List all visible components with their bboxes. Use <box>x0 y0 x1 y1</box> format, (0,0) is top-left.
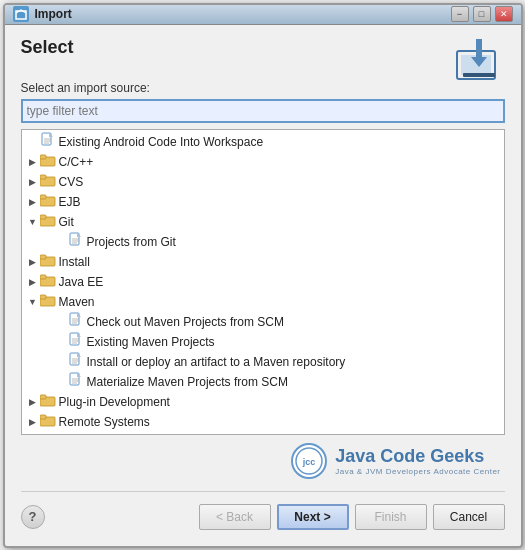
expand-toggle-cpp[interactable]: ▶ <box>26 154 40 170</box>
item-label-remote: Remote Systems <box>59 415 150 429</box>
source-label: Select an import source: <box>21 81 505 95</box>
file-icon <box>68 332 84 351</box>
logo-circle: jcc <box>291 443 327 479</box>
window-controls: − □ ✕ <box>451 6 513 22</box>
folder-icon <box>40 413 56 430</box>
tree-item-javaee[interactable]: ▶ Java EE <box>22 272 504 292</box>
item-label-cpp: C/C++ <box>59 155 94 169</box>
finish-button[interactable]: Finish <box>355 504 427 530</box>
expand-toggle-remote[interactable]: ▶ <box>26 414 40 430</box>
svg-rect-24 <box>40 255 46 259</box>
expand-toggle-cvs[interactable]: ▶ <box>26 174 40 190</box>
svg-rect-11 <box>40 155 46 159</box>
item-label-maven-existing: Existing Maven Projects <box>87 335 215 349</box>
svg-rect-17 <box>40 215 46 219</box>
file-icon <box>40 132 56 151</box>
svg-text:jcc: jcc <box>302 457 316 467</box>
folder-icon <box>40 153 56 170</box>
bottom-panel: jcc Java Code Geeks Java & JVM Developer… <box>21 435 505 538</box>
svg-rect-13 <box>40 175 46 179</box>
expand-toggle-ejb[interactable]: ▶ <box>26 194 40 210</box>
item-label-ejb: EJB <box>59 195 81 209</box>
item-label-android: Existing Android Code Into Workspace <box>59 135 264 149</box>
tree-item-install[interactable]: ▶ Install <box>22 252 504 272</box>
button-row: ? < Back Next > Finish Cancel <box>21 504 505 534</box>
next-button[interactable]: Next > <box>277 504 349 530</box>
svg-rect-52 <box>40 415 46 419</box>
help-button[interactable]: ? <box>21 505 45 529</box>
close-button[interactable]: ✕ <box>495 6 513 22</box>
page-title: Select <box>21 37 74 58</box>
logo-text: Java Code Geeks Java & JVM Developers Ad… <box>335 446 500 476</box>
tree-item-maven-materialize[interactable]: Materialize Maven Projects from SCM <box>22 372 504 392</box>
tree-item-cpp[interactable]: ▶ C/C++ <box>22 152 504 172</box>
cancel-button[interactable]: Cancel <box>433 504 505 530</box>
svg-rect-15 <box>40 195 46 199</box>
divider <box>21 491 505 492</box>
window-title: Import <box>35 7 451 21</box>
import-icon <box>453 37 505 81</box>
item-label-javaee: Java EE <box>59 275 104 289</box>
folder-icon <box>40 213 56 230</box>
minimize-button[interactable]: − <box>451 6 469 22</box>
expand-toggle-install[interactable]: ▶ <box>26 254 40 270</box>
svg-rect-26 <box>40 275 46 279</box>
file-icon <box>68 372 84 391</box>
tree-container: Existing Android Code Into Workspace▶ C/… <box>21 129 505 435</box>
window-icon <box>13 6 29 22</box>
tree-item-maven[interactable]: ▼ Maven <box>22 292 504 312</box>
tree-item-maven-existing[interactable]: Existing Maven Projects <box>22 332 504 352</box>
tree-list[interactable]: Existing Android Code Into Workspace▶ C/… <box>22 130 504 434</box>
header-area: Select <box>21 37 505 81</box>
dialog-content: Select Select an import source: Existing… <box>5 25 521 546</box>
logo-area: jcc Java Code Geeks Java & JVM Developer… <box>21 443 505 479</box>
tree-item-maven-checkout[interactable]: Check out Maven Projects from SCM <box>22 312 504 332</box>
file-icon <box>68 352 84 371</box>
expand-toggle-maven[interactable]: ▼ <box>26 294 40 310</box>
expand-toggle-javaee[interactable]: ▶ <box>26 274 40 290</box>
item-label-maven-install: Install or deploy an artifact to a Maven… <box>87 355 346 369</box>
file-icon <box>68 312 84 331</box>
item-label-maven-checkout: Check out Maven Projects from SCM <box>87 315 284 329</box>
tree-item-remote[interactable]: ▶ Remote Systems <box>22 412 504 432</box>
item-label-maven-materialize: Materialize Maven Projects from SCM <box>87 375 288 389</box>
filter-input[interactable] <box>21 99 505 123</box>
folder-icon <box>40 253 56 270</box>
folder-icon <box>40 173 56 190</box>
tree-item-plugin[interactable]: ▶ Plug-in Development <box>22 392 504 412</box>
import-dialog: Import − □ ✕ Select Select an import sou… <box>3 3 523 548</box>
item-label-git: Git <box>59 215 74 229</box>
tree-item-cvs[interactable]: ▶ CVS <box>22 172 504 192</box>
expand-toggle-plugin[interactable]: ▶ <box>26 394 40 410</box>
tree-item-git-projects[interactable]: Projects from Git <box>22 232 504 252</box>
tree-item-maven-install[interactable]: Install or deploy an artifact to a Maven… <box>22 352 504 372</box>
logo-main-text: Java Code Geeks <box>335 446 484 467</box>
folder-icon <box>40 293 56 310</box>
folder-icon <box>40 393 56 410</box>
item-label-maven: Maven <box>59 295 95 309</box>
item-label-plugin: Plug-in Development <box>59 395 170 409</box>
item-label-git-projects: Projects from Git <box>87 235 176 249</box>
folder-icon <box>40 193 56 210</box>
svg-rect-28 <box>40 295 46 299</box>
back-button[interactable]: < Back <box>199 504 271 530</box>
tree-item-ejb[interactable]: ▶ EJB <box>22 192 504 212</box>
tree-item-android[interactable]: Existing Android Code Into Workspace <box>22 132 504 152</box>
title-bar: Import − □ ✕ <box>5 5 521 25</box>
svg-rect-50 <box>40 395 46 399</box>
tree-item-git[interactable]: ▼ Git <box>22 212 504 232</box>
folder-icon <box>40 273 56 290</box>
item-label-cvs: CVS <box>59 175 84 189</box>
maximize-button[interactable]: □ <box>473 6 491 22</box>
svg-rect-4 <box>463 73 495 77</box>
expand-toggle-git[interactable]: ▼ <box>26 214 40 230</box>
file-icon <box>68 232 84 251</box>
item-label-install: Install <box>59 255 90 269</box>
logo-sub-text: Java & JVM Developers Advocate Center <box>335 467 500 476</box>
